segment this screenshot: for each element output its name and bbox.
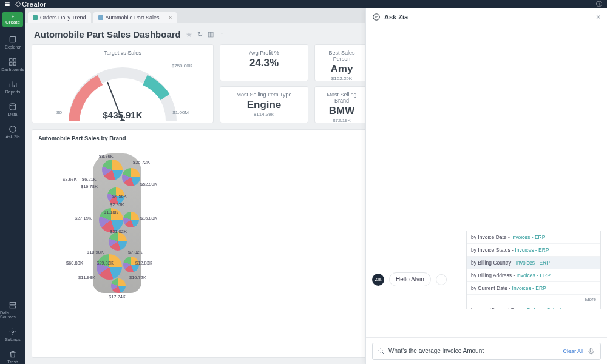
kpi-value: Amy xyxy=(321,63,362,75)
more-icon[interactable]: ⋮ xyxy=(219,30,225,38)
more-icon[interactable]: ⋯ xyxy=(436,274,447,285)
favorite-icon[interactable]: ★ xyxy=(186,30,192,39)
nav-ask-zia[interactable]: Ask Zia xyxy=(5,125,19,139)
card-item-type: Most Selling Item Type Engine $114.39K xyxy=(220,86,308,123)
zia-title: Ask Zia xyxy=(384,13,408,21)
kpi-sub: $162.25K xyxy=(321,76,362,81)
nav-trash[interactable]: Trash xyxy=(7,350,18,364)
card-top-brand: Most Selling Brand BMW $72.19K xyxy=(314,86,369,123)
gauge-value: $435.91K xyxy=(32,110,213,120)
card-title: Target vs Sales xyxy=(38,50,207,56)
refresh-icon[interactable]: ↻ xyxy=(197,30,203,38)
kpi-sub: $72.19K xyxy=(321,118,362,123)
kpi-value: Engine xyxy=(226,99,302,111)
app-topbar: ≡ Creator ⓘ xyxy=(0,0,607,8)
zia-avatar-icon: Zia xyxy=(372,274,384,286)
svg-point-12 xyxy=(373,13,380,20)
chart-icon xyxy=(33,15,38,20)
svg-rect-7 xyxy=(10,302,15,305)
clear-all-button[interactable]: Clear All xyxy=(563,348,583,354)
nav-data[interactable]: Data xyxy=(8,103,18,116)
app-logo-icon xyxy=(15,1,22,8)
tab-orders-trend[interactable]: Orders Daily Trend xyxy=(28,12,91,23)
svg-point-13 xyxy=(379,349,382,352)
card-best-person: Best Sales Person Amy $162.25K xyxy=(314,44,369,81)
card-avg-profit: Avg Profit % 24.3% xyxy=(220,44,308,81)
nav-dashboards[interactable]: Dashboards xyxy=(1,58,24,72)
left-nav: + Create Explorer Dashboards Reports Dat… xyxy=(0,8,25,364)
suggestion-item[interactable]: by Invoice Date - Invoices - ERP xyxy=(467,231,600,244)
search-icon xyxy=(378,348,385,355)
kpi-sub: $114.39K xyxy=(226,112,302,117)
zia-query-input[interactable] xyxy=(388,348,559,354)
svg-point-5 xyxy=(10,104,15,106)
svg-rect-0 xyxy=(10,36,15,42)
mic-icon[interactable] xyxy=(587,347,595,356)
close-icon[interactable]: × xyxy=(169,15,172,21)
svg-rect-14 xyxy=(590,348,592,352)
suggestion-item[interactable]: by Invoice Status - Invoices - ERP xyxy=(467,244,600,257)
suggestion-item[interactable]: by Current Date - Invoices - ERP xyxy=(467,282,600,295)
zia-suggestions: by Invoice Date - Invoices - ERP by Invo… xyxy=(466,231,601,309)
card-target-vs-sales: Target vs Sales $750.00K $0 $1.00M $435.… xyxy=(32,44,214,123)
chart-mode-icon[interactable]: ▥ xyxy=(208,30,214,38)
nav-explorer[interactable]: Explorer xyxy=(5,35,21,49)
app-name: Creator xyxy=(22,1,46,8)
create-button[interactable]: + Create xyxy=(2,12,23,27)
zia-greeting: Hello Alvin xyxy=(389,272,431,286)
content-area: Orders Daily Trend Automobile Part Sales… xyxy=(25,8,607,364)
nav-data-sources[interactable]: Data Sources xyxy=(0,301,25,319)
dashboard-icon xyxy=(98,15,103,20)
svg-point-9 xyxy=(12,331,14,333)
ask-zia-panel: Ask Zia × Zia Hello Alvin ⋯ by Invoice D… xyxy=(365,8,607,364)
svg-rect-1 xyxy=(10,59,12,61)
gauge-target-label: $750.00K xyxy=(172,63,192,69)
svg-point-6 xyxy=(10,126,16,133)
kpi-value: BMW xyxy=(321,105,362,117)
close-icon[interactable]: × xyxy=(596,12,601,22)
nav-settings[interactable]: Settings xyxy=(5,328,20,342)
zia-message: Zia Hello Alvin ⋯ xyxy=(372,272,447,286)
page-title: Automobile Part Sales Dashboard xyxy=(34,29,181,39)
zia-input-bar: Clear All xyxy=(366,337,607,364)
help-icon[interactable]: ⓘ xyxy=(596,0,602,8)
kpi-value: 24.3% xyxy=(226,57,302,69)
tab-auto-sales[interactable]: Automobile Part Sales...× xyxy=(93,12,177,23)
suggestion-item[interactable]: by Billing Address - Invoices - ERP xyxy=(467,269,600,282)
zia-header: Ask Zia × xyxy=(366,8,607,25)
nav-reports[interactable]: Reports xyxy=(5,80,21,94)
svg-rect-2 xyxy=(13,59,16,61)
suggestion-item[interactable]: by Billing Country - Invoices - ERP xyxy=(467,257,600,269)
suggestion-item[interactable]: by year (Created Date - Orders - Salesf.… xyxy=(467,304,600,309)
svg-rect-8 xyxy=(10,306,15,308)
hamburger-icon[interactable]: ≡ xyxy=(5,0,10,9)
svg-rect-3 xyxy=(10,62,12,65)
suggestions-more[interactable]: More xyxy=(467,295,600,304)
zia-icon xyxy=(372,13,381,21)
svg-rect-4 xyxy=(13,62,16,65)
